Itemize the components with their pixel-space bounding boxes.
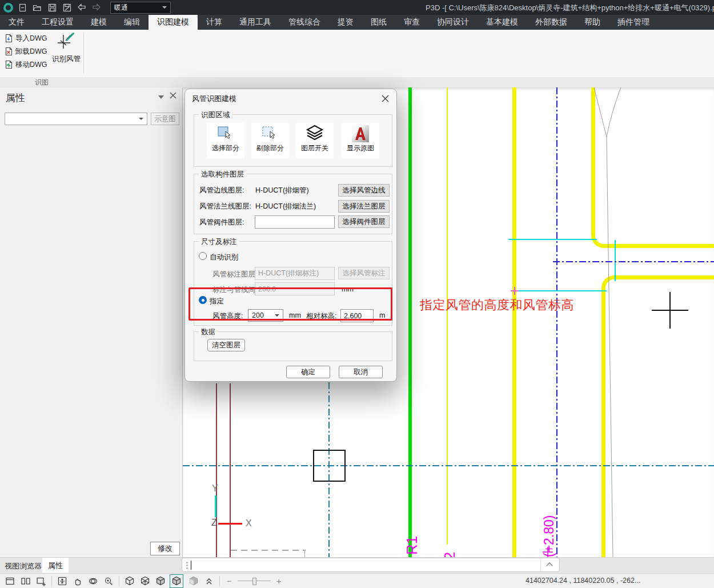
duct-label-r1: R1 <box>403 531 421 555</box>
drag-handle-icon[interactable] <box>186 561 188 569</box>
zoom-in-icon[interactable]: + <box>276 576 282 586</box>
application-window: 暖通 P3D -[ C:\Users\陈康824\Desktop\炳灵寺-建筑+… <box>0 0 714 588</box>
ucs-y-axis <box>215 495 216 517</box>
save-icon[interactable] <box>46 2 58 13</box>
ucs-x-label: X <box>246 518 252 529</box>
hidden-line-tick <box>304 551 305 557</box>
undo-icon[interactable] <box>76 2 87 13</box>
menu-tab-tizi[interactable]: 提资 <box>329 15 362 30</box>
workspace-value: 暖通 <box>114 3 128 13</box>
import-dwg-button[interactable]: 导入DWG <box>5 33 47 44</box>
wall-line-2 <box>230 383 231 557</box>
ok-button[interactable]: 确定 <box>286 366 330 378</box>
show-original-button[interactable]: 显示原图 <box>342 123 379 158</box>
properties-panel: 属性 示意图 修改 <box>0 87 183 557</box>
select-duct-edge-button[interactable]: 选择风管边线 <box>338 184 390 197</box>
window-title: P3D -[ C:\Users\陈康824\Desktop\炳灵寺-建筑+结构+… <box>426 3 714 13</box>
shaded-view-icon[interactable] <box>155 576 166 586</box>
menu-tab-common-tools[interactable]: 通用工具 <box>231 15 280 30</box>
magenta-cross-1v <box>514 287 515 295</box>
menu-tab-pipeline[interactable]: 管线综合 <box>280 15 329 30</box>
expand-view-styles-icon[interactable] <box>204 576 214 586</box>
menu-tab-review[interactable]: 审查 <box>395 15 428 30</box>
open-file-icon[interactable] <box>31 2 43 13</box>
dialog-close-icon[interactable] <box>379 93 391 104</box>
remove-part-button[interactable]: 剔除部分 <box>251 123 289 158</box>
close-panel-icon[interactable] <box>170 92 178 100</box>
move-dwg-icon <box>5 60 13 69</box>
shaded-edges-view-selected[interactable] <box>170 574 183 588</box>
menu-tab-help[interactable]: 帮助 <box>576 15 609 30</box>
flange-layer-value: H-DUCT(排烟法兰) <box>255 202 316 211</box>
menu-tab-edit[interactable]: 编辑 <box>115 15 149 30</box>
group-recognition-region: 识图区域 选择部分 剔除部分 图层开关 显示原图 <box>194 114 392 167</box>
import-dwg-icon <box>5 34 13 43</box>
new-view-icon[interactable] <box>5 576 15 586</box>
tile-views-icon[interactable] <box>21 576 31 586</box>
chevron-down-icon <box>139 118 143 120</box>
auto-recognize-radio[interactable] <box>199 252 207 260</box>
pan-icon[interactable] <box>73 576 83 586</box>
menu-tab-drawings[interactable]: 图纸 <box>362 15 395 30</box>
menu-tab-collab[interactable]: 协同设计 <box>428 15 478 30</box>
workspace-dropdown[interactable]: 暖通 <box>110 2 171 14</box>
schematic-button[interactable]: 示意图 <box>151 113 179 125</box>
zoom-out-icon[interactable]: − <box>227 576 232 586</box>
select-valve-layer-button[interactable]: 选择阀件图层 <box>338 215 390 228</box>
cancel-button[interactable]: 取消 <box>339 366 383 378</box>
zoom-extents-icon[interactable] <box>57 576 67 586</box>
add-view-icon[interactable] <box>36 576 46 586</box>
redo-icon[interactable] <box>91 2 102 13</box>
zoom-slider[interactable]: − + <box>227 576 282 586</box>
recognize-duct-button[interactable]: 识别风管 <box>50 31 82 75</box>
toolbar-separator <box>219 576 220 586</box>
wireframe-view-icon[interactable] <box>125 576 135 586</box>
red-annotation-text: 指定风管的高度和风管标高 <box>420 297 574 314</box>
menu-tab-calculate[interactable]: 计算 <box>198 15 231 30</box>
collapse-panel-icon[interactable] <box>158 95 164 99</box>
menu-tab-external-data[interactable]: 外部数据 <box>527 15 576 30</box>
group-data: 数据 清空图层 <box>194 331 392 361</box>
tab-properties[interactable]: 属性 <box>42 558 69 574</box>
select-part-button[interactable]: 选择部分 <box>207 123 244 158</box>
tab-view-browser[interactable]: 视图浏览器 <box>5 561 42 571</box>
orbit-icon[interactable] <box>88 576 98 586</box>
menu-tab-file[interactable]: 文件 <box>0 15 33 30</box>
property-type-combobox[interactable] <box>5 113 147 125</box>
layer-switch-button[interactable]: 图层开关 <box>296 123 334 158</box>
modify-button[interactable]: 修改 <box>150 542 180 555</box>
menu-tab-modeling[interactable]: 建模 <box>82 15 115 30</box>
hidden-line-view-icon[interactable] <box>140 576 150 586</box>
select-flange-layer-button[interactable]: 选择法兰图层 <box>338 200 390 213</box>
menu-tab-plugins[interactable]: 插件管理 <box>609 15 658 30</box>
menu-tab-basic-modeling[interactable]: 基本建模 <box>478 15 527 30</box>
zoom-window-icon[interactable] <box>103 576 114 586</box>
move-dwg-button[interactable]: 移动DWG <box>5 59 47 70</box>
crosshair-cursor-v <box>669 292 671 329</box>
menu-tab-drawing-recognition[interactable]: 识图建模 <box>149 15 198 30</box>
column-outline <box>313 450 346 482</box>
elevation-label: (+2.80) <box>541 493 557 557</box>
duct-edge-layer-value: H-DUCT(排烟管) <box>255 186 309 195</box>
zoom-slider-handle[interactable] <box>252 578 256 585</box>
menu-tab-project-settings[interactable]: 工程设置 <box>33 15 82 30</box>
clear-layers-button[interactable]: 清空图层 <box>207 339 245 351</box>
command-input-bar[interactable] <box>182 558 560 572</box>
chevron-up-icon <box>546 562 552 569</box>
recognize-duct-icon <box>55 31 77 54</box>
chevron-down-icon <box>162 6 167 9</box>
remove-part-icon <box>260 124 280 143</box>
zoom-slider-track[interactable] <box>238 581 271 581</box>
realistic-view-icon[interactable] <box>188 576 199 586</box>
wall-line-1 <box>216 383 217 557</box>
group-label: 识图 <box>0 77 83 87</box>
cyan-measure-line-3 <box>615 240 616 281</box>
new-file-icon[interactable] <box>17 2 28 13</box>
ribbon-group-label-bar: 识图 <box>0 77 714 88</box>
unload-dwg-button[interactable]: 卸载DWG <box>5 46 47 57</box>
save-as-icon[interactable] <box>61 2 73 13</box>
valve-layer-input[interactable] <box>255 215 335 229</box>
ucs-z-label: Z <box>211 518 217 528</box>
title-bar: 暖通 P3D -[ C:\Users\陈康824\Desktop\炳灵寺-建筑+… <box>0 0 714 15</box>
expand-command-history-button[interactable] <box>540 559 558 570</box>
